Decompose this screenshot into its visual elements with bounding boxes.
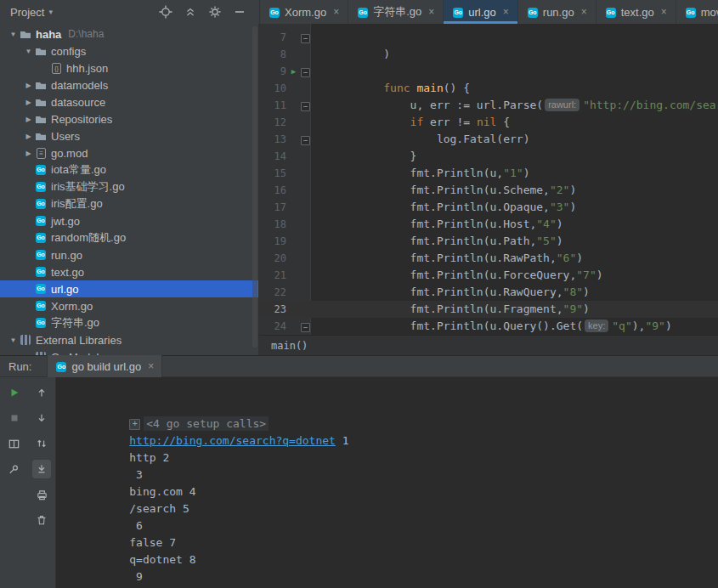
tree-row[interactable]: ▼ External Libraries (0, 331, 258, 348)
item-icon (35, 198, 48, 210)
collapse-all-icon[interactable] (183, 4, 198, 20)
editor-tab[interactable]: url.go × (444, 0, 518, 24)
tree-row[interactable]: iota常量.go (0, 161, 258, 178)
tab-label: run.go (543, 6, 574, 19)
close-icon[interactable]: × (148, 360, 154, 372)
fold-column (299, 301, 312, 318)
tree-row[interactable]: hhh.json (0, 59, 258, 76)
pin-button[interactable] (5, 460, 24, 478)
tree-row[interactable]: jwt.go (0, 212, 258, 229)
fold-icon[interactable]: − (301, 102, 310, 111)
chevron-icon[interactable]: ▼ (22, 48, 35, 55)
chevron-icon[interactable]: ▼ (7, 336, 20, 344)
line-number: 13 (259, 131, 288, 148)
context-function[interactable]: main() (271, 340, 308, 352)
run-main-gutter-icon[interactable]: ▶ (288, 63, 299, 80)
stop-button[interactable] (5, 409, 24, 427)
item-icon (35, 147, 48, 159)
editor-tab[interactable]: 字符串.go × (348, 0, 444, 24)
up-arrow-button[interactable] (32, 383, 51, 402)
line-number: 18 (259, 216, 288, 233)
close-icon[interactable]: × (503, 6, 509, 18)
editor-tab[interactable]: Xorm.go × (260, 0, 348, 24)
close-icon[interactable]: × (661, 6, 667, 18)
go-file-icon (685, 7, 696, 18)
tree-row[interactable]: random随机.go (0, 229, 258, 246)
locate-icon[interactable] (158, 4, 173, 20)
tree-scrollbar[interactable] (252, 26, 257, 348)
tree-row[interactable]: ▶ datamodels (0, 76, 258, 93)
toolbar-icons (158, 4, 247, 20)
tree-row[interactable]: url.go (0, 280, 258, 297)
fold-icon[interactable]: − (301, 136, 310, 145)
restore-layout-button[interactable] (5, 434, 24, 453)
close-icon[interactable]: × (333, 6, 339, 18)
fold-icon[interactable]: − (301, 323, 310, 332)
run-body: +<4 go setup calls> http://bing.com/sear… (0, 377, 718, 588)
chevron-icon[interactable]: ▶ (22, 116, 35, 123)
clear-trash-button[interactable] (32, 511, 51, 529)
editor-tab[interactable]: text.go × (596, 0, 676, 24)
fold-column (299, 46, 312, 63)
tree-row[interactable]: iris配置.go (0, 195, 258, 212)
run-header: Run: go build url.go × (0, 355, 718, 377)
tree-row[interactable]: ▶ Go Modules (0, 348, 258, 355)
line-number: 9 (259, 63, 288, 80)
console-line: /search 5 (63, 466, 718, 483)
fold-icon[interactable]: − (301, 68, 310, 77)
code-token: "q" (612, 319, 631, 332)
tree-row[interactable]: ▶ Users (0, 127, 258, 144)
tree-row[interactable]: ▶ Repositories (0, 110, 258, 127)
print-button[interactable] (32, 485, 51, 504)
hide-panel-icon[interactable] (232, 4, 247, 20)
fold-column (299, 114, 312, 131)
line-number: 19 (259, 233, 288, 250)
item-icon (35, 232, 48, 244)
chevron-icon[interactable]: ▶ (22, 99, 35, 106)
console-token[interactable]: http://bing.com/search?q=dotnet (129, 434, 336, 447)
fold-column (299, 267, 312, 284)
tree-row[interactable]: 字符串.go (0, 314, 258, 331)
tab-label: url.go (468, 6, 496, 19)
chevron-down-icon[interactable]: ▾ (48, 8, 53, 16)
item-icon (35, 215, 48, 227)
settings-gear-icon[interactable] (207, 4, 223, 20)
close-icon[interactable]: × (581, 6, 587, 18)
tree-row[interactable]: iris基础学习.go (0, 178, 258, 195)
tree-row[interactable]: ▶ datasource (0, 93, 258, 110)
tree-row[interactable]: Xorm.go (0, 297, 258, 314)
chevron-icon[interactable]: ▶ (22, 133, 35, 140)
tree-row[interactable]: text.go (0, 263, 258, 280)
chevron-icon[interactable]: ▼ (7, 31, 20, 38)
rerun-button[interactable] (5, 383, 24, 402)
editor-tab[interactable]: run.go × (518, 0, 596, 24)
code-editor: 7 − ) 8 9 ▶ − (259, 24, 718, 335)
item-label: url.go (51, 283, 79, 296)
down-arrow-button[interactable] (32, 409, 51, 427)
item-label: iris配置.go (51, 196, 103, 212)
tree-row[interactable]: ▼ configs (0, 42, 258, 59)
chevron-icon[interactable]: ▶ (22, 82, 35, 89)
project-toolbar: Project ▾ (0, 0, 259, 24)
console-token[interactable]: <4 go setup calls> (144, 416, 269, 431)
project-dropdown[interactable]: Project (10, 6, 44, 19)
item-icon (35, 300, 48, 312)
tree-row[interactable]: ▼ haha D:\haha (0, 25, 258, 42)
fold-icon[interactable]: − (301, 34, 310, 43)
close-icon[interactable]: × (428, 6, 434, 18)
tree-row[interactable]: ▶ go.mod (0, 144, 258, 161)
run-console-output[interactable]: +<4 go setup calls> http://bing.com/sear… (56, 377, 718, 588)
item-label: Users (51, 130, 80, 143)
item-label: text.go (51, 266, 84, 279)
editor-tab[interactable]: movies × (676, 0, 718, 24)
tree-row[interactable]: run.go (0, 246, 258, 263)
line-number: 12 (259, 114, 288, 131)
swap-order-button[interactable] (32, 434, 51, 453)
run-tool-window: Run: go build url.go × (0, 355, 718, 588)
chevron-icon[interactable]: ▶ (22, 150, 35, 157)
code-text[interactable]: } (312, 301, 397, 335)
scroll-to-end-button[interactable] (32, 460, 51, 478)
tab-label: movies (701, 6, 718, 19)
run-config-tab[interactable]: go build url.go × (47, 355, 162, 377)
item-icon (35, 45, 48, 57)
